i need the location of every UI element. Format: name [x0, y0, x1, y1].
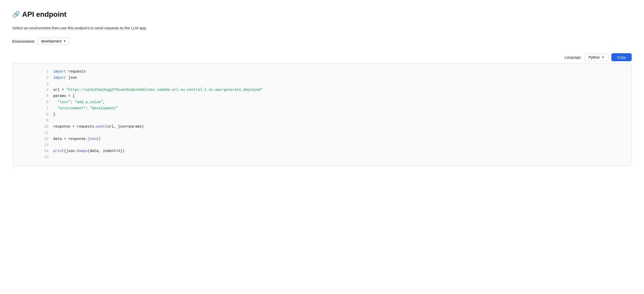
line-code: print(json.dumps(data, indent=4)) — [53, 148, 631, 154]
line-number: 4 — [13, 87, 53, 93]
line-number: 2 — [13, 75, 53, 81]
table-row: 10 response = requests.post(url, json=pa… — [13, 124, 631, 130]
table-row: 15 — [13, 154, 631, 161]
line-code: url = "https://uz3ld3ea3egg375ovez6uqko4… — [53, 87, 631, 93]
table-row: 2 import json — [13, 75, 631, 81]
line-code — [53, 81, 631, 87]
line-number: 10 — [13, 124, 53, 130]
line-number: 11 — [13, 130, 53, 136]
line-number: 8 — [13, 112, 53, 118]
line-number: 1 — [13, 69, 53, 75]
language-selected-value: Python — [588, 55, 600, 59]
environment-selected-value: development — [41, 39, 61, 43]
line-number: 5 — [13, 93, 53, 99]
table-row: 12 data = response.json() — [13, 136, 631, 142]
environment-select[interactable]: development ▼ — [38, 37, 69, 45]
line-code: response = requests.post(url, json=param… — [53, 124, 631, 130]
chevron-down-icon: ▼ — [63, 39, 66, 43]
code-table: 1 import requests 2 import json 3 4 url … — [13, 69, 631, 161]
line-code — [53, 154, 631, 161]
table-row: 13 — [13, 142, 631, 148]
link-icon: 🔗 — [12, 11, 20, 18]
table-row: 7 "environment": "development" — [13, 105, 631, 112]
table-row: 9 — [13, 118, 631, 124]
table-row: 1 import requests — [13, 69, 631, 75]
environment-label: Environment: — [12, 39, 35, 43]
environment-row: Environment: development ▼ — [12, 37, 632, 45]
table-row: 11 — [13, 130, 631, 136]
line-code — [53, 118, 631, 124]
table-row: 4 url = "https://uz3ld3ea3egg375ovez6uqk… — [13, 87, 631, 93]
line-code: } — [53, 112, 631, 118]
table-row: 14 print(json.dumps(data, indent=4)) — [13, 148, 631, 154]
chevron-down-icon: ▼ — [601, 56, 604, 59]
language-label: Language: — [565, 55, 582, 59]
line-number: 7 — [13, 105, 53, 112]
line-code: data = response.json() — [53, 136, 631, 142]
table-row: 8 } — [13, 112, 631, 118]
line-code: "text": "add_a_value", — [53, 99, 631, 105]
page-header: 🔗 API endpoint — [12, 10, 632, 19]
description: Select an environment then use this endp… — [12, 26, 632, 30]
line-code: import requests — [53, 69, 631, 75]
line-number: 15 — [13, 154, 53, 161]
language-select[interactable]: Python ▼ — [585, 54, 608, 61]
line-code: params = { — [53, 93, 631, 99]
table-row: 3 — [13, 81, 631, 87]
table-row: 6 "text": "add_a_value", — [13, 99, 631, 105]
line-number: 3 — [13, 81, 53, 87]
code-block: 1 import requests 2 import json 3 4 url … — [12, 63, 632, 166]
copy-button[interactable]: Copy — [611, 53, 632, 61]
line-code: import json — [53, 75, 631, 81]
line-number: 12 — [13, 136, 53, 142]
line-code: "environment": "development" — [53, 105, 631, 112]
line-code — [53, 130, 631, 136]
code-toolbar: Language: Python ▼ Copy — [12, 53, 632, 61]
line-number: 6 — [13, 99, 53, 105]
line-number: 9 — [13, 118, 53, 124]
line-number: 14 — [13, 148, 53, 154]
table-row: 5 params = { — [13, 93, 631, 99]
line-code — [53, 142, 631, 148]
page-title: API endpoint — [22, 10, 67, 19]
line-number: 13 — [13, 142, 53, 148]
